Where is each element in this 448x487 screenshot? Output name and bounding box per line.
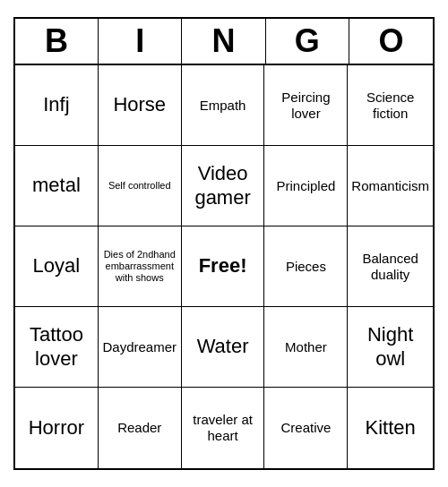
- bingo-cell: Dies of 2ndhand embarrassment with shows: [99, 226, 182, 307]
- bingo-header-letter: B: [15, 19, 99, 64]
- bingo-cell: Self controlled: [99, 146, 182, 226]
- bingo-header-letter: G: [266, 19, 349, 64]
- bingo-card: BINGO InfjHorseEmpathPeircing loverScien…: [13, 17, 435, 470]
- bingo-cell: Pieces: [264, 226, 348, 307]
- bingo-cell: Balanced duality: [348, 226, 433, 307]
- bingo-cell: Video gamer: [182, 146, 265, 226]
- bingo-header: BINGO: [15, 19, 433, 65]
- bingo-cell: Empath: [182, 65, 265, 146]
- bingo-header-letter: O: [349, 19, 433, 64]
- bingo-cell: Horse: [99, 65, 182, 146]
- bingo-cell: Free!: [182, 226, 265, 307]
- bingo-cell: Night owl: [348, 307, 433, 388]
- bingo-cell: Creative: [264, 388, 348, 468]
- bingo-cell: Horror: [15, 388, 99, 468]
- bingo-cell: Reader: [99, 388, 182, 468]
- bingo-header-letter: N: [182, 19, 265, 64]
- bingo-cell: Science fiction: [348, 65, 433, 146]
- bingo-header-letter: I: [99, 19, 182, 64]
- bingo-cell: Tattoo lover: [15, 307, 99, 388]
- bingo-cell: metal: [15, 146, 99, 226]
- bingo-grid: InfjHorseEmpathPeircing loverScience fic…: [15, 65, 433, 468]
- bingo-cell: traveler at heart: [182, 388, 265, 468]
- bingo-cell: Romanticism: [348, 146, 433, 226]
- bingo-cell: Daydreamer: [99, 307, 182, 388]
- bingo-cell: Water: [182, 307, 265, 388]
- bingo-cell: Peircing lover: [264, 65, 348, 146]
- bingo-cell: Mother: [264, 307, 348, 388]
- bingo-cell: Infj: [15, 65, 99, 146]
- bingo-cell: Principled: [264, 146, 348, 226]
- bingo-cell: Kitten: [348, 388, 433, 468]
- bingo-cell: Loyal: [15, 226, 99, 307]
